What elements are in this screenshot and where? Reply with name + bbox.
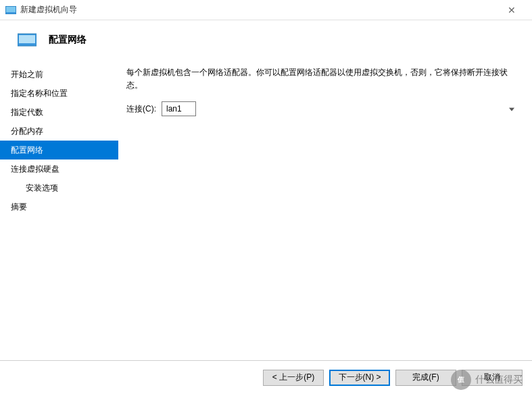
- sidebar-item-install-options[interactable]: 安装选项: [0, 178, 118, 197]
- wizard-steps-sidebar: 开始之前 指定名称和位置 指定代数 分配内存 配置网络 连接虚拟硬盘 安装选项 …: [0, 59, 118, 359]
- close-icon[interactable]: ✕: [496, 0, 527, 20]
- prev-button[interactable]: < 上一步(P): [263, 370, 324, 386]
- connection-label: 连接(C):: [126, 103, 156, 115]
- window-title: 新建虚拟机向导: [20, 4, 496, 16]
- sidebar-item-before-begin[interactable]: 开始之前: [0, 65, 118, 84]
- next-button[interactable]: 下一步(N) >: [329, 370, 390, 386]
- sidebar-item-name-location[interactable]: 指定名称和位置: [0, 84, 118, 103]
- sidebar-item-generation[interactable]: 指定代数: [0, 103, 118, 122]
- wizard-icon: [18, 32, 37, 47]
- sidebar-item-summary[interactable]: 摘要: [0, 197, 118, 216]
- sidebar-item-memory[interactable]: 分配内存: [0, 122, 118, 141]
- cancel-button[interactable]: 取消: [462, 370, 523, 386]
- description-text: 每个新虚拟机包含一个网络适配器。你可以配置网络适配器以使用虚拟交换机，否则，它将…: [126, 66, 518, 92]
- wizard-footer: < 上一步(P) 下一步(N) > 完成(F) 取消: [0, 360, 532, 394]
- main-content: 每个新虚拟机包含一个网络适配器。你可以配置网络适配器以使用虚拟交换机，否则，它将…: [118, 59, 532, 359]
- svg-rect-3: [19, 35, 35, 43]
- sidebar-item-virtual-disk[interactable]: 连接虚拟硬盘: [0, 159, 118, 178]
- connection-select[interactable]: lan1: [162, 101, 196, 116]
- sidebar-item-network[interactable]: 配置网络: [0, 141, 118, 159]
- svg-rect-1: [6, 7, 16, 12]
- app-icon: [5, 5, 16, 16]
- page-title: 配置网络: [49, 34, 87, 46]
- finish-button[interactable]: 完成(F): [395, 370, 456, 386]
